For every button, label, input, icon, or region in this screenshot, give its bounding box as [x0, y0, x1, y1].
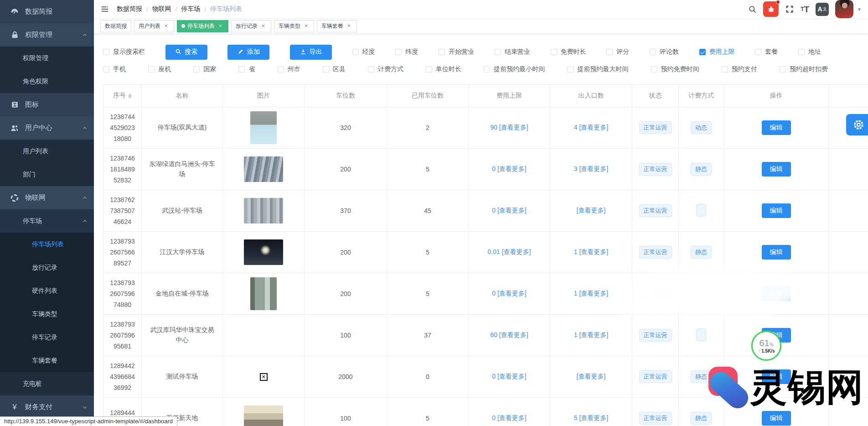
- checkbox[interactable]: [567, 66, 574, 73]
- breadcrumb-item-1[interactable]: 物联网: [152, 5, 171, 13]
- sidebar-item-5[interactable]: 用户中心: [0, 116, 94, 140]
- tab-3[interactable]: 放行记录×: [231, 20, 271, 32]
- fullscreen-icon[interactable]: [785, 5, 794, 14]
- checkbox[interactable]: [722, 66, 728, 73]
- checkbox[interactable]: [780, 66, 786, 73]
- column-checkbox-r1-4[interactable]: 免费时长: [551, 48, 586, 56]
- tab-close-icon[interactable]: ×: [346, 23, 352, 30]
- column-checkbox-r2-6[interactable]: 计费方式: [368, 65, 403, 73]
- checkbox[interactable]: [439, 49, 445, 55]
- gates-more-link[interactable]: 3 [查看更多]: [574, 165, 608, 172]
- checkbox[interactable]: [651, 66, 657, 73]
- sidebar-item-2[interactable]: 权限管理: [0, 47, 94, 70]
- search-button[interactable]: 搜索: [165, 45, 207, 60]
- gates-more-link[interactable]: 4 [查看更多]: [574, 124, 608, 131]
- edit-button[interactable]: 编辑: [762, 203, 791, 218]
- sidebar-item-3[interactable]: 角色权限: [0, 70, 94, 93]
- tab-1[interactable]: 用户列表×: [134, 20, 174, 32]
- settings-gear-button[interactable]: [846, 114, 868, 135]
- sidebar-item-9[interactable]: 停车场: [0, 209, 94, 233]
- hamburger-menu-icon[interactable]: [100, 5, 109, 14]
- tab-close-icon[interactable]: ×: [303, 23, 310, 30]
- column-checkbox-r1-7[interactable]: 费用上限: [699, 48, 735, 56]
- fee-more-link[interactable]: 0 [查看更多]: [492, 290, 526, 297]
- sidebar-item-7[interactable]: 部门: [0, 163, 94, 186]
- checkbox[interactable]: [755, 49, 761, 55]
- gates-more-link[interactable]: 1 [查看更多]: [574, 331, 608, 338]
- search-icon[interactable]: [748, 5, 757, 14]
- checkbox[interactable]: [193, 66, 200, 73]
- checkbox[interactable]: [238, 66, 245, 73]
- sidebar-item-4[interactable]: 图标: [0, 93, 94, 116]
- edit-button[interactable]: 编辑: [762, 245, 791, 260]
- column-checkbox-r2-7[interactable]: 单位时长: [426, 65, 461, 73]
- add-button[interactable]: 添加: [227, 45, 269, 60]
- checkbox[interactable]: [484, 66, 490, 73]
- column-checkbox-r1-5[interactable]: 评分: [606, 48, 629, 56]
- column-checkbox-r1-1[interactable]: 纬度: [395, 48, 418, 56]
- sidebar-item-10[interactable]: 停车场列表: [0, 233, 94, 256]
- column-checkbox-r1-0[interactable]: 经度: [352, 48, 375, 56]
- column-checkbox-r2-1[interactable]: 座机: [148, 65, 171, 73]
- checkbox[interactable]: [426, 66, 432, 73]
- column-checkbox-r2-12[interactable]: 预约超时扣费: [780, 65, 828, 73]
- fee-more-link[interactable]: 90 [查看更多]: [490, 124, 528, 131]
- breadcrumb-item-2[interactable]: 停车场: [181, 5, 200, 13]
- column-checkbox-r2-4[interactable]: 州市: [278, 65, 300, 73]
- sidebar-item-13[interactable]: 车辆类型: [0, 302, 94, 326]
- checkbox[interactable]: [699, 49, 706, 55]
- edit-button[interactable]: 编辑: [762, 162, 791, 177]
- column-checkbox-r2-9[interactable]: 提前预约最大时间: [567, 65, 628, 73]
- gates-more-link[interactable]: 5 [查看更多]: [574, 414, 608, 421]
- tab-close-icon[interactable]: ×: [163, 23, 170, 30]
- network-speed-badge[interactable]: 61% ↑ 1.5K/s: [751, 331, 781, 361]
- fee-more-link[interactable]: 0 [查看更多]: [492, 373, 526, 380]
- fee-more-link[interactable]: 0.01 [查看更多]: [488, 248, 531, 255]
- column-checkbox-r1-3[interactable]: 结束营业: [495, 48, 530, 56]
- tab-close-icon[interactable]: ×: [260, 23, 267, 30]
- font-size-icon[interactable]: TT: [801, 5, 809, 14]
- tab-close-icon[interactable]: ×: [217, 23, 224, 30]
- gates-more-link[interactable]: 1 [查看更多]: [574, 290, 608, 297]
- sidebar-item-16[interactable]: 充电桩: [0, 372, 94, 395]
- fee-more-link[interactable]: 0 [查看更多]: [492, 414, 526, 421]
- error-log-bug-icon[interactable]: [763, 1, 779, 17]
- checkbox[interactable]: [495, 49, 501, 55]
- sidebar-item-6[interactable]: 用户列表: [0, 140, 94, 163]
- sidebar-item-8[interactable]: 物联网: [0, 186, 94, 209]
- sidebar-item-14[interactable]: 停车记录: [0, 326, 94, 349]
- column-checkbox-r1-2[interactable]: 开始营业: [439, 48, 474, 56]
- show-search-checkbox[interactable]: 显示搜索栏: [103, 48, 145, 56]
- sidebar-item-15[interactable]: 车辆套餐: [0, 349, 94, 372]
- checkbox[interactable]: [148, 66, 155, 73]
- column-checkbox-r1-8[interactable]: 套餐: [755, 48, 778, 56]
- checkbox[interactable]: [368, 66, 374, 73]
- column-checkbox-r2-0[interactable]: 手机: [103, 65, 126, 73]
- column-checkbox-r2-8[interactable]: 提前预约最小时间: [484, 65, 545, 73]
- edit-button[interactable]: 编辑: [762, 120, 791, 135]
- language-translate-icon[interactable]: A文: [816, 3, 829, 16]
- sidebar-item-1[interactable]: 权限管理: [0, 23, 94, 47]
- tab-2[interactable]: 停车场列表×: [177, 20, 228, 32]
- checkbox[interactable]: [551, 49, 557, 55]
- sidebar-item-11[interactable]: 放行记录: [0, 256, 94, 279]
- column-checkbox-r2-3[interactable]: 省: [238, 65, 255, 73]
- column-checkbox-r2-5[interactable]: 区县: [323, 65, 346, 73]
- avatar-caret-icon[interactable]: ▼: [857, 7, 862, 12]
- user-avatar[interactable]: [835, 0, 853, 18]
- column-checkbox-r2-11[interactable]: 预约支付: [722, 65, 757, 73]
- checkbox[interactable]: [352, 49, 359, 55]
- gates-more-link[interactable]: [查看更多]: [577, 207, 606, 214]
- column-checkbox-r1-9[interactable]: 地址: [798, 48, 821, 56]
- edit-button[interactable]: 编辑: [762, 369, 791, 384]
- breadcrumb-item-0[interactable]: 数据简报: [117, 5, 142, 13]
- export-button[interactable]: 导出: [290, 45, 332, 60]
- sidebar-item-12[interactable]: 硬件列表: [0, 279, 94, 302]
- sidebar-item-0[interactable]: 数据简报: [0, 0, 94, 23]
- sort-caret-icon[interactable]: [128, 94, 132, 99]
- tab-0[interactable]: 数据简报: [100, 20, 131, 32]
- checkbox[interactable]: [606, 49, 613, 55]
- column-checkbox-r2-10[interactable]: 预约免费时间: [651, 65, 699, 73]
- checkbox[interactable]: [323, 66, 329, 73]
- sidebar-item-17[interactable]: ¥财务支付: [0, 395, 94, 419]
